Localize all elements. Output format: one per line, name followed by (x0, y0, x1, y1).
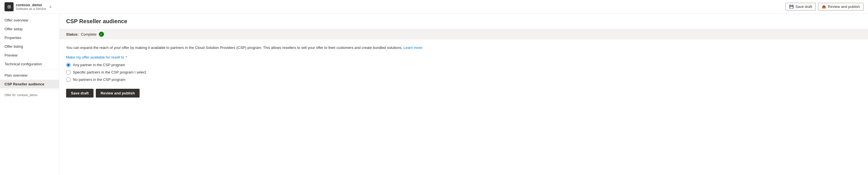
save-draft-label-top: Save draft (795, 4, 812, 9)
sidebar-label-offer-listing: Offer listing (4, 45, 23, 49)
app-name: contoso_demo (16, 3, 46, 7)
action-buttons: Save draft Review and publish (66, 89, 861, 97)
sidebar-item-offer-listing[interactable]: Offer listing (0, 42, 59, 51)
status-check-icon: ✓ (99, 32, 104, 37)
learn-more-link[interactable]: Learn more (403, 46, 422, 50)
radio-label-any-partner: Any partner in the CSP program (73, 63, 125, 67)
radio-option-no-partners[interactable]: No partners in the CSP program (66, 78, 861, 82)
save-draft-button-top[interactable]: 💾 Save draft (785, 3, 816, 10)
status-bar: Status: Complete ✓ (59, 29, 868, 39)
radio-option-any-partner[interactable]: Any partner in the CSP program (66, 63, 861, 67)
sidebar: Offer overview Offer setup Properties Of… (0, 13, 59, 175)
sidebar-label-offer-setup: Offer setup (4, 27, 23, 31)
radio-label-specific-partners: Specific partners in the CSP program I s… (73, 70, 146, 75)
sidebar-label-properties: Properties (4, 36, 21, 40)
required-indicator: * (125, 55, 127, 59)
sidebar-divider-bottom (0, 90, 59, 90)
content-area: You can expand the reach of your offer b… (59, 39, 868, 103)
sidebar-divider (0, 69, 59, 70)
page-header: CSP Reseller audience (59, 13, 868, 29)
review-publish-button-top[interactable]: 📤 Review and publish (818, 3, 864, 10)
radio-input-any-partner[interactable] (66, 63, 71, 67)
review-publish-label-top: Review and publish (828, 4, 860, 9)
sidebar-label-technical-configuration: Technical configuration (4, 62, 42, 66)
radio-group-label: Make my offer available for resell to * (66, 55, 861, 59)
app-title-group: contoso_demo Software as a Service (16, 3, 46, 10)
collapse-icon[interactable]: ≡ (48, 4, 53, 10)
main-layout: Offer overview Offer setup Properties Of… (0, 13, 868, 175)
save-icon: 💾 (789, 4, 794, 9)
radio-option-specific-partners[interactable]: Specific partners in the CSP program I s… (66, 70, 861, 75)
description-text: You can expand the reach of your offer b… (66, 45, 861, 51)
status-value: Complete (81, 32, 97, 36)
sidebar-label-plan-overview: Plan overview (4, 73, 27, 78)
page-title: CSP Reseller audience (66, 18, 861, 25)
radio-input-no-partners[interactable] (66, 78, 71, 82)
status-label: Status: (66, 32, 79, 36)
sidebar-item-preview[interactable]: Preview (0, 51, 59, 60)
sidebar-offer-id-label: Offer ID: contoso_demo (4, 93, 38, 97)
sidebar-item-technical-configuration[interactable]: Technical configuration (0, 60, 59, 68)
sidebar-offer-id: Offer ID: contoso_demo (0, 91, 59, 99)
sidebar-item-csp-reseller-audience[interactable]: CSP Reseller audience (0, 80, 59, 88)
sidebar-item-offer-overview[interactable]: Offer overview (0, 16, 59, 25)
sidebar-label-offer-overview: Offer overview (4, 18, 28, 22)
radio-input-specific-partners[interactable] (66, 70, 71, 75)
sidebar-label-preview: Preview (4, 53, 18, 57)
app-subtitle: Software as a Service (16, 7, 46, 10)
top-bar-actions: 💾 Save draft 📤 Review and publish (785, 3, 864, 10)
app-icon-symbol: ⊞ (7, 4, 11, 9)
top-bar: ⊞ contoso_demo Software as a Service ≡ 💾… (0, 0, 868, 13)
review-publish-button[interactable]: Review and publish (96, 89, 140, 97)
radio-group-label-text: Make my offer available for resell to (66, 55, 124, 59)
sidebar-item-offer-setup[interactable]: Offer setup (0, 25, 59, 33)
main-content: CSP Reseller audience Status: Complete ✓… (59, 13, 868, 175)
save-draft-button-label: Save draft (71, 91, 89, 95)
sidebar-label-csp-reseller-audience: CSP Reseller audience (4, 82, 44, 86)
sidebar-item-plan-overview[interactable]: Plan overview (0, 71, 59, 80)
app-branding: ⊞ contoso_demo Software as a Service ≡ (4, 2, 53, 11)
description-body: You can expand the reach of your offer b… (66, 46, 402, 50)
radio-label-no-partners: No partners in the CSP program (73, 78, 125, 82)
sidebar-item-properties[interactable]: Properties (0, 33, 59, 42)
radio-group: Any partner in the CSP program Specific … (66, 63, 861, 82)
review-publish-button-label: Review and publish (101, 91, 135, 95)
publish-icon: 📤 (822, 4, 826, 9)
save-draft-button[interactable]: Save draft (66, 89, 94, 97)
app-icon: ⊞ (4, 2, 13, 11)
